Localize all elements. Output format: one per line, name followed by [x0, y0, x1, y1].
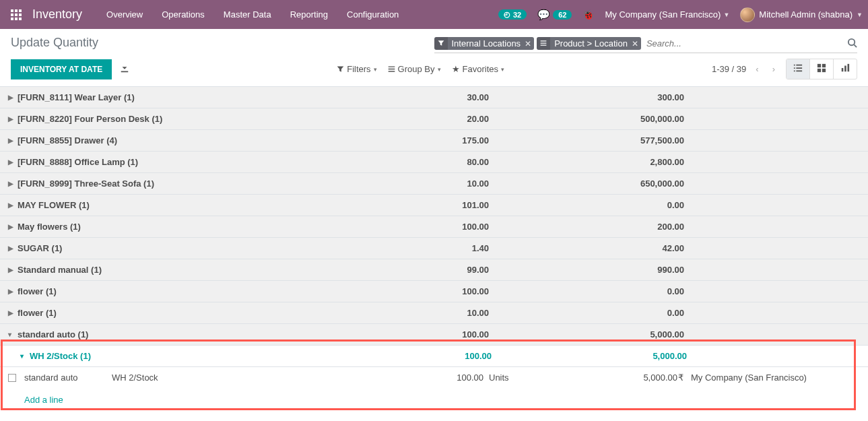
sub-group-row[interactable]: ▾ WH 2/Stock (1) 100.00 5,000.00	[0, 345, 868, 366]
group-row[interactable]: ▶ [FURN_8855] Drawer (4) 175.00 577,500.…	[0, 129, 868, 151]
messages-button[interactable]: 💬 62	[537, 9, 572, 21]
group-row[interactable]: ▶ May flowers (1) 100.00 200.00	[0, 216, 868, 237]
row-checkbox[interactable]	[8, 374, 16, 382]
group-value: 0.00	[496, 286, 691, 296]
user-menu[interactable]: Mitchell Admin (shabna) ▼	[740, 7, 863, 22]
pager-prev[interactable]: ‹	[752, 61, 762, 77]
groupby-button[interactable]: Group By ▾	[388, 64, 441, 74]
chat-icon: 💬	[537, 9, 550, 21]
group-row[interactable]: ▶ Standard manual (1) 99.00 990.00	[0, 259, 868, 280]
group-row[interactable]: ▶ [FURN_8999] Three-Seat Sofa (1) 10.00 …	[0, 172, 868, 194]
group-value: 650,000.00	[496, 179, 691, 189]
group-label: [FURN_8111] Wear Layer (1)	[18, 92, 135, 102]
pager-text: 1-39 / 39	[712, 64, 746, 74]
toolbar: Inventory at Date Filters ▾ Group By ▾ ★…	[0, 55, 868, 86]
group-label: [FURN_8855] Drawer (4)	[18, 135, 117, 145]
caret-down-icon: ▾	[8, 331, 15, 338]
nav-right: ◴ 32 💬 62 🐞 My Company (San Francisco) ▼…	[498, 7, 863, 22]
svg-line-1	[854, 44, 857, 47]
caret-right-icon: ▶	[8, 137, 15, 144]
company-selector[interactable]: My Company (San Francisco) ▼	[605, 9, 729, 20]
debug-icon[interactable]: 🐞	[582, 9, 594, 20]
group-label: [FURN_8220] Four Person Desk (1)	[18, 114, 162, 124]
data-row[interactable]: standard auto WH 2/Stock 100.00 Units 5,…	[0, 366, 868, 388]
inventory-at-date-button[interactable]: Inventory at Date	[11, 59, 112, 79]
pager: 1-39 / 39 ‹ ›	[712, 61, 779, 77]
cell-product: standard auto	[24, 373, 112, 383]
cell-currency: ₹	[677, 373, 684, 383]
caret-right-icon: ▶	[8, 245, 15, 252]
add-line-button[interactable]: Add a line	[0, 388, 868, 412]
group-value: 200.00	[496, 222, 691, 232]
kanban-view-button[interactable]	[810, 59, 834, 79]
facet-remove-icon[interactable]: ✕	[525, 39, 531, 48]
group-value: 0.00	[496, 308, 691, 318]
group-row-expanded[interactable]: ▾ standard auto (1) 100.00 5,000.00	[0, 323, 868, 345]
svg-rect-7	[844, 66, 846, 72]
sub-group-label: WH 2/Stock (1)	[30, 351, 91, 361]
sub-group-value: 5,000.00	[498, 351, 694, 361]
group-label: May flowers (1)	[18, 222, 81, 232]
favorites-label: Favorites	[463, 64, 498, 74]
group-value: 300.00	[496, 92, 691, 102]
group-label: SUGAR (1)	[18, 243, 62, 253]
group-qty: 20.00	[374, 114, 496, 124]
favorites-button[interactable]: ★ Favorites ▾	[452, 64, 504, 74]
list-view: ▶ [FURN_8111] Wear Layer (1) 30.00 300.0…	[0, 86, 868, 412]
group-label: Standard manual (1)	[18, 265, 102, 275]
avatar	[740, 7, 755, 22]
svg-point-0	[848, 38, 855, 44]
filters-button[interactable]: Filters ▾	[337, 64, 376, 74]
group-row[interactable]: ▶ flower (1) 10.00 0.00	[0, 302, 868, 323]
group-row[interactable]: ▶ [FURN_8220] Four Person Desk (1) 20.00…	[0, 108, 868, 129]
svg-rect-6	[842, 68, 844, 71]
group-row[interactable]: ▶ [FURN_8111] Wear Layer (1) 30.00 300.0…	[0, 86, 868, 108]
list-view-button[interactable]	[787, 59, 810, 79]
caret-right-icon: ▶	[8, 115, 15, 123]
group-value: 577,500.00	[496, 135, 691, 145]
nav-configuration[interactable]: Configuration	[339, 4, 407, 25]
group-value: 0.00	[496, 200, 691, 210]
group-label: flower (1)	[18, 308, 57, 318]
group-label: flower (1)	[18, 286, 57, 296]
group-row[interactable]: ▶ SUGAR (1) 1.40 42.00	[0, 237, 868, 259]
view-switcher	[786, 59, 857, 79]
search-bar: Internal Locations ✕ Product > Location …	[434, 36, 858, 53]
group-label: [FURN_8888] Office Lamp (1)	[18, 157, 138, 167]
nav-overview[interactable]: Overview	[98, 4, 151, 25]
app-title[interactable]: Inventory	[32, 7, 82, 22]
filters-label: Filters	[347, 64, 370, 74]
search-input[interactable]	[644, 36, 847, 51]
group-row[interactable]: ▶ flower (1) 100.00 0.00	[0, 280, 868, 302]
cell-location: WH 2/Stock	[112, 373, 368, 383]
filter-facet-label: Internal Locations	[452, 38, 521, 48]
message-count: 62	[553, 10, 572, 20]
group-row[interactable]: ▶ MAY FLOWER (1) 101.00 0.00	[0, 194, 868, 216]
cell-company: My Company (San Francisco)	[684, 373, 860, 383]
caret-right-icon: ▶	[8, 201, 15, 209]
group-row[interactable]: ▶ [FURN_8888] Office Lamp (1) 80.00 2,80…	[0, 151, 868, 172]
nav-reporting[interactable]: Reporting	[282, 4, 336, 25]
group-qty: 100.00	[374, 329, 496, 339]
pager-next[interactable]: ›	[768, 61, 779, 77]
sub-group-qty: 100.00	[377, 351, 498, 361]
graph-view-button[interactable]	[834, 59, 857, 79]
caret-right-icon: ▶	[8, 180, 15, 187]
facet-remove-icon[interactable]: ✕	[632, 39, 638, 48]
nav-master-data[interactable]: Master Data	[215, 4, 279, 25]
group-value: 42.00	[496, 243, 691, 253]
search-icon[interactable]	[847, 38, 857, 50]
svg-rect-2	[817, 64, 821, 67]
group-qty: 99.00	[374, 265, 496, 275]
chevron-down-icon: ▼	[857, 11, 863, 18]
filter-group: Filters ▾ Group By ▾ ★ Favorites ▾	[337, 64, 504, 74]
export-icon[interactable]	[120, 63, 129, 75]
apps-icon[interactable]	[5, 4, 27, 26]
group-qty: 175.00	[374, 135, 496, 145]
activity-badge[interactable]: ◴ 32	[498, 9, 527, 20]
caret-right-icon: ▶	[8, 223, 15, 230]
caret-right-icon: ▶	[8, 288, 15, 295]
chevron-down-icon: ▾	[374, 66, 377, 73]
group-qty: 30.00	[374, 92, 496, 102]
nav-operations[interactable]: Operations	[154, 4, 213, 25]
